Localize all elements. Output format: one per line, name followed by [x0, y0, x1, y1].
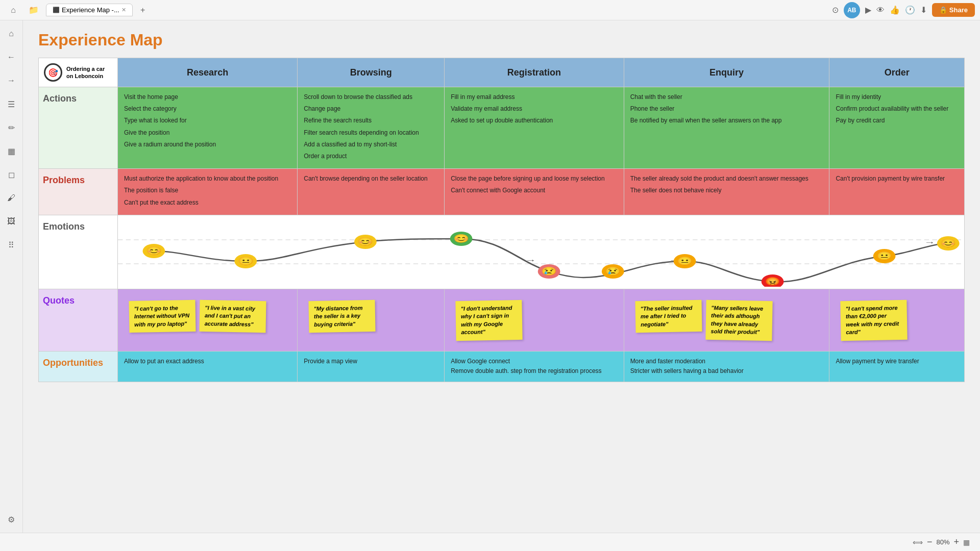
list-item: Scroll down to browse the classified ads — [304, 92, 438, 102]
problems-label: Problems — [39, 169, 118, 215]
list-item: Order a product — [304, 152, 438, 161]
share-button[interactable]: 🔒 Share — [932, 3, 975, 17]
list-item: The position is false — [124, 186, 291, 195]
nav-dots-icon[interactable]: ⠿ — [3, 237, 19, 253]
header-enquiry: Enquiry — [624, 58, 829, 87]
sticky-note: "The seller insulted me after I tried to… — [635, 300, 702, 333]
zoom-in-btn[interactable]: + — [953, 537, 959, 547]
new-tab-btn[interactable]: + — [137, 4, 149, 16]
opportunities-order: Allow payment by wire transfer — [829, 352, 965, 382]
list-item: More and faster moderation — [630, 357, 823, 366]
logo-cell: 🎯 Ordering a car on Leboncoin — [39, 58, 118, 87]
list-item: The seller does not behave nicely — [630, 186, 823, 195]
list-item: Type what is looked for — [124, 116, 291, 126]
svg-text:😢: 😢 — [605, 266, 621, 276]
grid-icon[interactable]: ▦ — [963, 538, 970, 546]
fit-icon[interactable]: ⟺ — [913, 538, 923, 546]
problems-order: Can't provision payment by wire transfer — [829, 169, 965, 215]
focus-icon[interactable]: ⊙ — [832, 5, 839, 15]
emotions-row: Emotions → → → → — [39, 215, 965, 289]
problems-research: Must authorize the application to know a… — [118, 169, 298, 215]
list-item: Filter search results depending on locat… — [304, 128, 438, 138]
list-item: Add a classified ad to my short-list — [304, 140, 438, 149]
sticky-note: "Many sellers leave their ads although t… — [705, 300, 772, 341]
download-icon[interactable]: ⬇ — [920, 5, 927, 15]
actions-browsing: Scroll down to browse the classified ads… — [298, 87, 445, 169]
main-layout: ⌂ ← → ☰ ✏ ▦ ◻ 🖌 🖼 ⠿ ⚙ Experience Map 🎯 — [0, 20, 980, 533]
nav-grid-icon[interactable]: ▦ — [3, 143, 19, 159]
play-icon[interactable]: ▶ — [865, 5, 871, 15]
emotions-chart: → → → → → 😊 😐 — [118, 215, 964, 287]
svg-text:😊: 😊 — [357, 236, 374, 246]
nav-home-icon[interactable]: ⌂ — [3, 26, 19, 42]
list-item: Chat with the seller — [630, 92, 823, 102]
emotions-label: Emotions — [39, 215, 118, 289]
svg-text:😊: 😊 — [940, 238, 957, 248]
sticky-note: "I live in a vast city and I can't put a… — [199, 300, 266, 333]
like-icon[interactable]: 👍 — [890, 5, 900, 15]
nav-shape-icon[interactable]: ◻ — [3, 166, 19, 183]
opportunities-label: Opportunities — [39, 352, 118, 382]
svg-text:😊: 😊 — [453, 233, 470, 243]
nav-layers-icon[interactable]: ☰ — [3, 96, 19, 112]
user-avatar[interactable]: AB — [844, 2, 860, 18]
tab-label: Experience Map -... — [62, 6, 119, 14]
svg-text:😊: 😊 — [146, 245, 162, 256]
sticky-note: "I don't understand why I can't sign in … — [455, 300, 522, 341]
tab-close-btn[interactable]: ✕ — [121, 7, 126, 13]
list-item: Can't connect with Google account — [451, 186, 618, 195]
active-tab[interactable]: ⬛ Experience Map -... ✕ — [46, 4, 133, 16]
svg-text:→: → — [924, 238, 936, 246]
list-item: Remove double auth. step from the regist… — [451, 366, 618, 376]
top-bar-right: ⊙ AB ▶ 👁 👍 🕐 ⬇ 🔒 Share — [832, 2, 975, 18]
list-item: Stricter with sellers having a bad behav… — [630, 366, 823, 376]
list-item: Fill in my email address — [451, 92, 618, 102]
lock-icon: 🔒 — [939, 6, 947, 14]
header-row: 🎯 Ordering a car on Leboncoin Research B… — [39, 58, 965, 87]
home-icon[interactable]: ⌂ — [5, 2, 21, 18]
quotes-row: Quotes "I can't go to the Internet witho… — [39, 289, 965, 352]
folder-icon[interactable]: 📁 — [26, 2, 42, 18]
canvas-area[interactable]: Experience Map 🎯 Ordering a car on Lebon… — [23, 20, 980, 533]
quotes-registration: "I don't understand why I can't sign in … — [445, 289, 624, 352]
left-sidebar: ⌂ ← → ☰ ✏ ▦ ◻ 🖌 🖼 ⠿ ⚙ — [0, 20, 23, 533]
nav-brush-icon[interactable]: 🖌 — [3, 190, 19, 206]
header-browsing: Browsing — [298, 58, 445, 87]
clock-icon[interactable]: 🕐 — [905, 5, 915, 15]
zoom-level[interactable]: 80% — [936, 538, 949, 546]
problems-browsing: Can't browse depending on the seller loc… — [298, 169, 445, 215]
quotes-label: Quotes — [39, 289, 118, 352]
svg-text:😐: 😐 — [876, 251, 893, 261]
nav-settings-icon[interactable]: ⚙ — [3, 511, 19, 528]
header-order: Order — [829, 58, 965, 87]
nav-pen-icon[interactable]: ✏ — [3, 119, 19, 136]
nav-image-icon[interactable]: 🖼 — [3, 213, 19, 230]
problems-enquiry: The seller already sold the product and … — [624, 169, 829, 215]
quotes-order: "I can't spend more than €2,000 per week… — [829, 289, 965, 352]
actions-enquiry: Chat with the seller Phone the seller Be… — [624, 87, 829, 169]
actions-order: Fill in my identity Confirm product avai… — [829, 87, 965, 169]
list-item: Pay by credit card — [836, 116, 958, 126]
opportunities-research: Allow to put an exact address — [118, 352, 298, 382]
list-item: Give the position — [124, 128, 291, 138]
list-item: Can't provision payment by wire transfer — [836, 174, 958, 184]
zoom-out-btn[interactable]: − — [927, 537, 933, 547]
header-registration: Registration — [445, 58, 624, 87]
quotes-browsing: "My distance from the seller is a key bu… — [298, 289, 445, 352]
list-item: Select the category — [124, 104, 291, 114]
logo-text: Ordering a car on Leboncoin — [66, 65, 105, 80]
problems-registration: Close the page before signing up and loo… — [445, 169, 624, 215]
experience-map-table: 🎯 Ordering a car on Leboncoin Research B… — [38, 58, 965, 382]
list-item: Phone the seller — [630, 104, 823, 114]
actions-row: Actions Visit the home page Select the c… — [39, 87, 965, 169]
nav-forward-icon[interactable]: → — [3, 72, 19, 89]
zoom-controls: ⟺ − 80% + ▦ — [913, 537, 970, 547]
list-item: Visit the home page — [124, 92, 291, 102]
top-bar-left: ⌂ 📁 ⬛ Experience Map -... ✕ + — [5, 2, 828, 18]
list-item: Fill in my identity — [836, 92, 958, 102]
list-item: Can't browse depending on the seller loc… — [304, 174, 438, 184]
eye-icon[interactable]: 👁 — [876, 6, 885, 15]
list-item: Asked to set up double authentication — [451, 116, 618, 126]
opportunities-browsing: Provide a map view — [298, 352, 445, 382]
nav-back-icon[interactable]: ← — [3, 49, 19, 65]
